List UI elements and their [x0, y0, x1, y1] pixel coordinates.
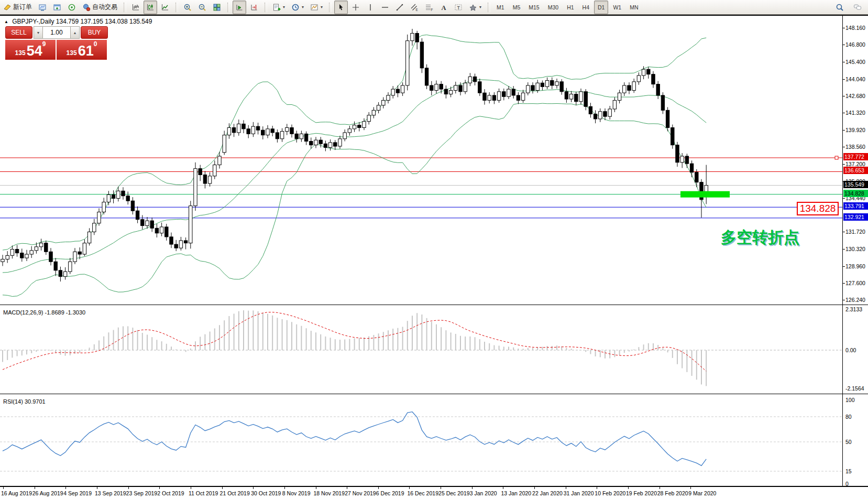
vertical-line-button[interactable] — [364, 1, 377, 14]
candle-body — [507, 89, 510, 96]
horizontal-line-button[interactable] — [378, 1, 392, 14]
time-axis-label[interactable]: 16 Aug 2019 — [1, 490, 32, 496]
time-axis-label[interactable]: 19 Feb 2020 — [626, 490, 657, 496]
candle-body — [35, 247, 38, 251]
toolbar-group-draw: EFAT▾ — [334, 0, 485, 14]
rsi-axis-label: 0 — [845, 481, 849, 487]
buy-button[interactable]: BUY — [81, 26, 108, 39]
periods-button[interactable]: ▾ — [289, 1, 306, 14]
price-axis-label: 126.240 — [845, 297, 865, 303]
tile-windows-button[interactable] — [210, 1, 224, 14]
candle-body — [107, 194, 110, 202]
time-axis-label[interactable]: 28 Feb 2020 — [657, 490, 688, 496]
time-axis-label[interactable]: 30 Oct 2019 — [251, 490, 281, 496]
templates-button[interactable]: ▾ — [307, 1, 325, 14]
dropdown-caret-icon[interactable]: ▾ — [283, 5, 285, 9]
timeframe-m30[interactable]: M30 — [544, 1, 562, 14]
time-axis-label[interactable]: 3 Jan 2020 — [470, 490, 497, 496]
turning-point-annotation[interactable]: 多空转折点 — [721, 227, 799, 248]
time-axis-label[interactable]: 6 Dec 2019 — [376, 490, 404, 496]
price-axis-tag-135.549: 135.549 — [843, 181, 868, 188]
zoom-out-icon — [198, 3, 206, 12]
dropdown-caret-icon[interactable]: ▾ — [479, 5, 481, 9]
timeframe-d1[interactable]: D1 — [594, 1, 608, 14]
price-level-label[interactable]: 134.828 — [797, 202, 839, 215]
line-handle[interactable] — [835, 156, 838, 159]
search-icon — [836, 3, 844, 12]
search-button[interactable] — [833, 1, 847, 14]
window-icon — [53, 3, 61, 12]
profiles-button[interactable] — [36, 1, 49, 14]
volume-input[interactable] — [43, 26, 70, 39]
time-axis-label[interactable]: 26 Aug 2019 — [32, 490, 63, 496]
candle-body — [73, 252, 76, 262]
candle-body — [628, 85, 631, 90]
time-axis-label[interactable]: 13 Jan 2020 — [501, 490, 531, 496]
chat-button[interactable] — [851, 1, 864, 14]
timeframe-m5[interactable]: M5 — [509, 1, 524, 14]
fibonacci-button[interactable]: F — [422, 1, 436, 14]
time-axis-label[interactable]: 10 Feb 2020 — [595, 490, 625, 496]
rsi-panel[interactable]: RSI(14) 30.9701 — [0, 396, 868, 486]
time-axis-label[interactable]: 11 Oct 2019 — [189, 490, 218, 496]
volume-down-button[interactable]: ▼ — [34, 26, 43, 39]
timeframe-m15[interactable]: M15 — [525, 1, 543, 14]
candle-body — [565, 92, 568, 99]
candle-body — [478, 82, 481, 93]
price-axis-label: 139.920 — [845, 127, 865, 133]
axis-tick — [842, 147, 845, 147]
dropdown-caret-icon[interactable]: ▾ — [302, 5, 304, 9]
time-axis-label[interactable]: 9 Mar 2020 — [688, 490, 716, 496]
crosshair-button[interactable] — [349, 1, 362, 14]
highlight-bar[interactable] — [680, 191, 730, 198]
timeframe-m1[interactable]: M1 — [493, 1, 508, 14]
bar-chart-button[interactable] — [129, 1, 142, 14]
timeframe-h4[interactable]: H4 — [579, 1, 593, 14]
time-axis-label[interactable]: 16 Dec 2019 — [407, 490, 438, 496]
auto-scroll-button[interactable] — [233, 1, 246, 14]
time-axis-label[interactable]: 31 Jan 2020 — [564, 490, 594, 496]
collapse-trade-panel-icon[interactable]: ▲ — [4, 19, 8, 24]
chart-shift-button[interactable] — [247, 1, 261, 14]
arrows-button[interactable]: ▾ — [466, 1, 484, 14]
candle-body — [449, 90, 452, 94]
line-chart-button[interactable] — [158, 1, 172, 14]
text-button[interactable]: A — [437, 1, 451, 14]
equidistant-channel-button[interactable]: E — [408, 1, 421, 14]
trend-line-button[interactable] — [393, 1, 406, 14]
time-axis-label[interactable]: 8 Nov 2019 — [282, 490, 311, 496]
time-axis-label[interactable]: 23 Sep 2019 — [126, 490, 158, 496]
timeframe-h1[interactable]: H1 — [563, 1, 577, 14]
time-axis-label[interactable]: 13 Sep 2019 — [95, 490, 126, 496]
new-order-button[interactable]: 新订单 — [1, 1, 35, 14]
time-axis-label[interactable]: 4 Sep 2019 — [63, 490, 92, 496]
auto-trading-button[interactable]: 自动交易 — [80, 1, 120, 14]
time-axis[interactable]: 16 Aug 201926 Aug 20194 Sep 201913 Sep 2… — [0, 486, 868, 499]
zoom-out-button[interactable] — [195, 1, 209, 14]
time-axis-label[interactable]: 2 Oct 2019 — [157, 490, 184, 496]
candle-body — [136, 211, 139, 220]
price-chart-panel[interactable]: ▲ GBPJPY-,Daily 134.759 137.195 134.038 … — [0, 15, 868, 306]
timeframe-mn[interactable]: MN — [626, 1, 642, 14]
market-watch-button[interactable] — [50, 1, 64, 14]
time-axis-label[interactable]: 27 Nov 2019 — [345, 490, 376, 496]
time-axis-label[interactable]: 21 Oct 2019 — [220, 490, 250, 496]
zoom-in-button[interactable] — [181, 1, 194, 14]
price-chart[interactable] — [0, 16, 842, 306]
alerts-button[interactable] — [65, 1, 79, 14]
dropdown-caret-icon[interactable]: ▾ — [321, 5, 323, 9]
indicators-button[interactable]: ▾ — [270, 1, 288, 14]
sell-price-box[interactable]: 135 54 9 — [5, 40, 56, 60]
buy-price-box[interactable]: 135 61 0 — [57, 40, 107, 60]
candle-chart-button[interactable] — [144, 1, 157, 14]
time-axis-label[interactable]: 25 Dec 2019 — [438, 490, 470, 496]
volume-up-button[interactable]: ▲ — [70, 26, 80, 39]
macd-panel[interactable]: MACD(12,26,9) -1.8689 -1.3030 — [0, 307, 868, 394]
time-axis-label[interactable]: 22 Jan 2020 — [532, 490, 563, 496]
cursor-button[interactable] — [334, 1, 348, 14]
time-axis-label[interactable]: 18 Nov 2019 — [314, 490, 345, 496]
text-label-button[interactable]: T — [452, 1, 465, 14]
timeframe-w1[interactable]: W1 — [609, 1, 625, 14]
candle-body — [276, 133, 279, 139]
sell-button[interactable]: SELL — [5, 26, 32, 39]
